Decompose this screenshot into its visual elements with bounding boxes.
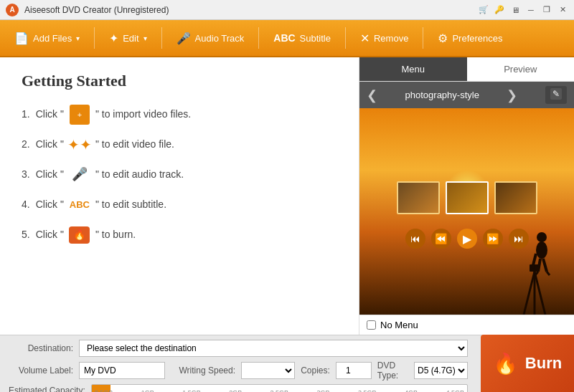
play-button[interactable]: ▶	[457, 229, 477, 249]
step-5: 5. Click " 🔥 " to burn.	[22, 225, 337, 245]
audio-track-icon: 🎤	[177, 32, 191, 45]
preview-area: ⏮ ⏪ ▶ ⏩ ⏭	[359, 108, 574, 315]
destination-label: Destination:	[9, 343, 73, 353]
svg-line-6	[535, 272, 545, 315]
step-3-prefix: Click "	[36, 168, 64, 182]
silhouette	[517, 229, 560, 315]
getting-started-title: Getting Started	[22, 72, 337, 90]
subtitle-icon: ABC	[273, 32, 295, 44]
prev-style-button[interactable]: ❮	[367, 87, 377, 103]
tab-bar: Menu Preview	[359, 57, 574, 82]
step-4-suffix: " to edit subtitle.	[95, 198, 166, 212]
svg-text:✎: ✎	[552, 89, 560, 99]
audio-step-icon: 🎤	[70, 165, 90, 185]
import-icon: +	[70, 105, 90, 125]
audio-track-button[interactable]: 🎤 Audio Track	[168, 27, 253, 49]
volume-input[interactable]	[79, 362, 165, 379]
photo-thumbnails	[397, 181, 537, 214]
bottom-wrapper: Destination: Please select the destinati…	[0, 335, 574, 392]
svg-line-11	[538, 259, 540, 272]
step-2: 2. Click " ✦✦ " to edit video file.	[22, 135, 337, 155]
edit-icon: ✦	[109, 32, 118, 45]
tab-preview[interactable]: Preview	[467, 57, 575, 81]
minimize-button[interactable]: ─	[525, 4, 537, 16]
left-panel: Getting Started 1. Click " + " to import…	[0, 57, 359, 335]
close-button[interactable]: ✕	[557, 4, 568, 16]
destination-row: Destination: Please select the destinati…	[9, 340, 468, 357]
edit-button[interactable]: ✦ Edit ▾	[100, 27, 155, 49]
right-panel: Menu Preview ❮ photography-style ❯ ✎	[359, 57, 574, 335]
step-back-button[interactable]: ⏪	[431, 229, 451, 249]
separator-3	[258, 27, 259, 49]
writing-speed-label: Writing Speed:	[171, 365, 235, 376]
titlebar: A Aiseesoft DVD Creator (Unregistered) 🛒…	[0, 0, 574, 20]
capacity-ticks: 0.5GB 1GB 1.5GB 2GB 2.5GB 3GB 3.5GB 4GB …	[92, 385, 467, 392]
menu-nav: ❮ photography-style ❯ ✎	[359, 82, 574, 108]
separator-2	[161, 27, 162, 49]
next-style-button[interactable]: ❯	[507, 87, 517, 103]
step-2-suffix: " to edit video file.	[95, 138, 174, 152]
step-1-num: 1.	[22, 107, 30, 122]
playback-controls: ⏮ ⏪ ▶ ⏩ ⏭	[405, 229, 529, 249]
step-3-suffix: " to edit audio track.	[95, 168, 184, 182]
subtitle-step-icon: ABC	[70, 195, 90, 215]
step-5-num: 5.	[22, 228, 30, 242]
separator-4	[345, 27, 346, 49]
dvd-type-label: DVD Type:	[377, 360, 408, 381]
step-2-num: 2.	[22, 138, 30, 152]
writing-speed-select[interactable]	[241, 362, 295, 379]
no-menu-bar: No Menu	[359, 315, 574, 335]
add-files-arrow: ▾	[76, 34, 80, 42]
key-icon[interactable]: 🔑	[494, 4, 505, 16]
step-2-prefix: Click "	[36, 138, 64, 152]
copies-label: Copies:	[301, 365, 330, 376]
burn-step-icon: 🔥	[70, 225, 90, 245]
capacity-bar-fill	[92, 385, 110, 392]
svg-point-9	[537, 232, 547, 242]
separator-5	[423, 27, 423, 49]
step-forward-button[interactable]: ⏩	[483, 229, 503, 249]
tab-menu[interactable]: Menu	[359, 57, 467, 81]
subtitle-button[interactable]: ABC Subtitle	[265, 28, 339, 48]
step-1-prefix: Click "	[36, 107, 64, 122]
step-5-suffix: " to burn.	[95, 228, 136, 242]
remove-icon: ✕	[360, 32, 370, 45]
thumb-3	[494, 181, 537, 214]
no-menu-label[interactable]: No Menu	[380, 320, 418, 330]
step-3: 3. Click " 🎤 " to edit audio track.	[22, 165, 337, 185]
capacity-row: Estimated Capacity: 0.5GB 1GB 1.5GB 2GB …	[9, 384, 468, 392]
preferences-button[interactable]: ⚙ Preferences	[429, 27, 511, 49]
thumb-1	[397, 181, 440, 214]
svg-point-8	[536, 242, 547, 259]
step-3-num: 3.	[22, 168, 30, 182]
add-files-button[interactable]: 📄 Add Files ▾	[6, 27, 88, 49]
destination-select[interactable]: Please select the destination	[79, 340, 468, 357]
preferences-icon: ⚙	[438, 32, 448, 45]
main-area: Getting Started 1. Click " + " to import…	[0, 57, 574, 335]
toolbar: 📄 Add Files ▾ ✦ Edit ▾ 🎤 Audio Track ABC…	[0, 20, 574, 57]
cart-icon[interactable]: 🛒	[478, 4, 489, 16]
restore-button[interactable]: ❐	[541, 4, 552, 16]
step-4: 4. Click " ABC " to edit subtitle.	[22, 195, 337, 215]
step-1: 1. Click " + " to import video files.	[22, 105, 337, 125]
burn-button[interactable]: 🔥 Burn	[481, 335, 574, 392]
step-4-num: 4.	[22, 198, 30, 212]
window-controls: 🛒 🔑 🖥 ─ ❐ ✕	[478, 4, 568, 16]
burn-label: Burn	[525, 354, 562, 373]
preview-bg: ⏮ ⏪ ▶ ⏩ ⏭	[359, 108, 574, 315]
edit-step-icon: ✦✦	[70, 135, 90, 155]
copies-input[interactable]	[336, 362, 372, 379]
dvd-type-select[interactable]: D5 (4.7G)	[414, 362, 468, 379]
rewind-button[interactable]: ⏮	[405, 229, 425, 249]
svg-text:+: +	[77, 110, 82, 119]
no-menu-checkbox[interactable]	[367, 320, 376, 330]
svg-line-14	[547, 272, 550, 275]
edit-arrow: ▾	[144, 34, 147, 42]
burn-icon: 🔥	[493, 352, 518, 376]
svg-line-4	[524, 272, 535, 315]
volume-row: Volume Label: Writing Speed: Copies: DVD…	[9, 360, 468, 381]
remove-button[interactable]: ✕ Remove	[352, 27, 417, 49]
app-title: Aiseesoft DVD Creator (Unregistered)	[24, 5, 478, 15]
monitor-icon[interactable]: 🖥	[509, 4, 521, 16]
edit-style-button[interactable]: ✎	[545, 86, 567, 104]
